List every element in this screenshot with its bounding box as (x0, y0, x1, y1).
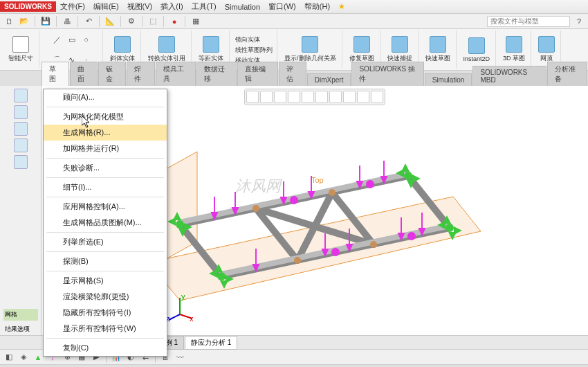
quick-access-toolbar: 🗋 📂 💾 🖶 ↶ 📐 ⚙ ⬚ ● ▦ ? (0, 14, 588, 29)
star-icon[interactable]: ★ (338, 2, 345, 11)
ctx-hide-symbols[interactable]: 隐藏所有控制符号(I) (44, 305, 167, 321)
tree-tab-config[interactable] (14, 122, 28, 136)
ctx-render-beam[interactable]: 渲染横梁轮廓(更慢) (44, 289, 167, 305)
section-icon[interactable] (288, 91, 300, 103)
rapid-sketch-button[interactable]: 快速草图 (424, 35, 452, 64)
tree-tab-display[interactable] (14, 155, 28, 169)
svg-point-27 (445, 224, 454, 232)
appearance-icon[interactable] (343, 91, 356, 103)
tree-tab-feature[interactable] (14, 89, 28, 102)
ctx-show-mesh[interactable]: 显示网格(S) (44, 273, 167, 289)
command-tabs: 草图 曲面 钣金 焊件 模具工具 数据迁移 直接编辑 评估 DimXpert S… (0, 71, 588, 86)
menu-tools[interactable]: 工具(T) (187, 1, 221, 12)
3dsketch-button[interactable]: 3D 草图 (502, 35, 526, 64)
options-button[interactable]: ⚙ (125, 15, 138, 28)
open-button[interactable]: 📂 (18, 15, 30, 28)
svg-point-22 (217, 272, 226, 280)
tab-weldment[interactable]: 焊件 (127, 62, 154, 86)
menu-insert[interactable]: 插入(I) (156, 1, 187, 12)
menu-view[interactable]: 视图(V) (123, 1, 157, 12)
menu-edit[interactable]: 编辑(E) (89, 1, 123, 12)
coordinate-triad: x y z (166, 294, 194, 321)
svg-point-57 (408, 233, 415, 240)
tab-datamig[interactable]: 数据迁移 (196, 62, 237, 86)
menu-file[interactable]: 文件(F) (56, 1, 89, 12)
menu-simulation[interactable]: Simulation (221, 3, 264, 11)
ctx-create-mesh[interactable]: 生成网格(R)... (44, 125, 167, 141)
filter-button[interactable]: ▦ (190, 15, 202, 28)
svg-point-12 (176, 220, 184, 229)
zoom-fit-icon[interactable] (246, 91, 259, 103)
view-settings-icon[interactable] (371, 91, 383, 103)
prev-view-icon[interactable] (274, 91, 286, 103)
svg-point-58 (252, 205, 259, 212)
ctx-details[interactable]: 细节(I)... (44, 179, 167, 195)
help-icon[interactable]: ? (573, 15, 585, 28)
view-orient-icon[interactable] (302, 91, 314, 103)
view-heads-up-toolbar (244, 89, 385, 105)
repair-button[interactable]: 修复草图 (348, 35, 376, 64)
offset-button[interactable]: 等距实体 (197, 35, 225, 64)
ctx-advisor[interactable]: 顾问(A)... (44, 89, 167, 105)
ctx-show-symbols[interactable]: 显示所有控制符号(W) (44, 321, 167, 337)
tab-simulation[interactable]: Simulation (425, 73, 472, 86)
tab-sketch[interactable]: 草图 (42, 62, 69, 86)
svg-marker-68 (82, 116, 89, 127)
hide-show-icon[interactable] (329, 91, 342, 103)
tab-mbd[interactable]: SOLIDWORKS MBD (472, 66, 546, 86)
svg-point-61 (370, 241, 377, 248)
zoom-area-icon[interactable] (260, 91, 273, 103)
print-button[interactable]: 🖶 (61, 15, 73, 28)
search-input[interactable] (487, 16, 570, 27)
plane-top-label: Top (311, 176, 324, 184)
menu-window[interactable]: 窗口(W) (264, 1, 300, 12)
tree-item-results[interactable]: 结果选项 (3, 323, 38, 335)
select-button[interactable]: ⬚ (147, 15, 159, 28)
tab-mold[interactable]: 模具工具 (156, 62, 196, 86)
menu-help[interactable]: 帮助(H) (300, 1, 334, 12)
btab-static[interactable]: 静应力分析 1 (185, 336, 237, 350)
tab-sheetmetal[interactable]: 钣金 (98, 62, 126, 86)
sim-material-icon[interactable]: ◈ (17, 351, 30, 364)
tab-evaluate[interactable]: 评估 (279, 62, 306, 86)
tab-directedit[interactable]: 直接编辑 (237, 62, 277, 86)
tab-surface[interactable]: 曲面 (70, 62, 98, 86)
rect-tool[interactable]: ▭ (66, 33, 78, 46)
tree-tab-property[interactable] (14, 105, 28, 119)
snap-button[interactable]: 快速捕捉 (386, 35, 414, 64)
ctx-probe[interactable]: 探测(B) (44, 253, 167, 269)
circle-tool[interactable]: ○ (80, 33, 93, 46)
trim-button[interactable]: 斜体实体 (109, 35, 136, 64)
new-button[interactable]: 🗋 (3, 15, 15, 28)
sim-plot-icon[interactable]: 〰 (174, 351, 186, 364)
smart-dimension-button[interactable]: 智能尺寸 (7, 35, 35, 64)
tree-item-mesh[interactable]: 网格 (3, 309, 38, 321)
ctx-failure-diag[interactable]: 失败诊断... (44, 160, 167, 176)
pattern-label: 线性草图阵列 (235, 46, 273, 55)
tab-analysis-prep[interactable]: 分析准备 (547, 62, 587, 86)
svg-point-59 (329, 189, 336, 196)
tab-dimxpert[interactable]: DimXpert (307, 73, 351, 86)
tab-addins[interactable]: SOLIDWORKS 插件 (351, 62, 423, 86)
line-tool[interactable]: ／ (51, 33, 64, 46)
relations-button[interactable]: 显示/删除几何关系 (283, 35, 338, 64)
convert-button[interactable]: 转换实体引用 (147, 35, 187, 64)
display-style-icon[interactable] (315, 91, 328, 103)
sim-study-icon[interactable]: ◧ (3, 351, 15, 364)
undo-button[interactable]: ↶ (82, 15, 95, 28)
save-button[interactable]: 💾 (39, 15, 52, 28)
instant2d-button[interactable]: Instant2D (462, 36, 492, 64)
ctx-simplify[interactable]: 为网格化简化模型 (44, 109, 167, 125)
ctx-apply-control[interactable]: 应用网格控制(A)... (44, 199, 167, 215)
tree-tab-dimxpert[interactable] (14, 138, 28, 152)
appearance-button[interactable]: ● (168, 15, 181, 28)
scene-icon[interactable] (357, 91, 369, 103)
ctx-copy[interactable]: 复制(C) (44, 340, 167, 356)
ctx-quality-plot[interactable]: 生成网格品质图解(M)... (44, 215, 167, 231)
ctx-mesh-and-run[interactable]: 加网格并运行(R) (44, 141, 167, 156)
cursor-icon (82, 116, 91, 128)
ctx-list-selected[interactable]: 列举所选(E) (44, 234, 167, 250)
rebuild-button[interactable]: 📐 (104, 15, 116, 28)
mesh-top-button[interactable]: 网顶 (537, 35, 556, 64)
svg-point-54 (291, 197, 297, 204)
